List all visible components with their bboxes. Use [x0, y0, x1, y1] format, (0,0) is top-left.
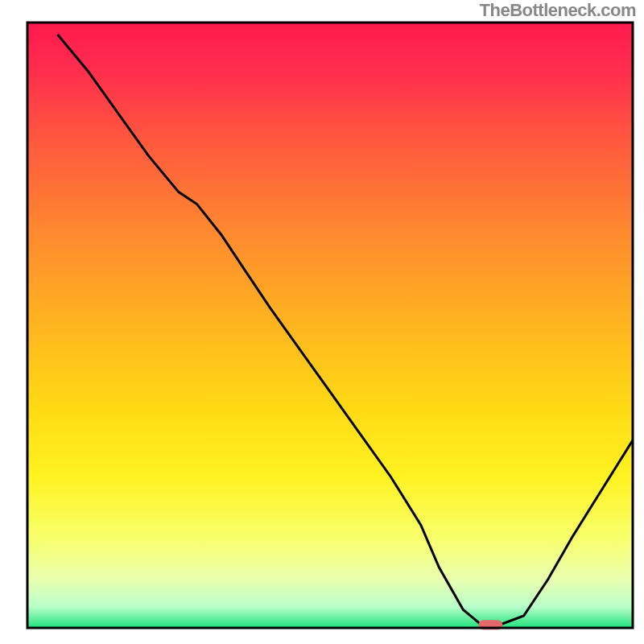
watermark-text: TheBottleneck.com	[480, 0, 636, 21]
chart-container: TheBottleneck.com	[0, 0, 644, 644]
bottleneck-chart	[0, 0, 644, 644]
